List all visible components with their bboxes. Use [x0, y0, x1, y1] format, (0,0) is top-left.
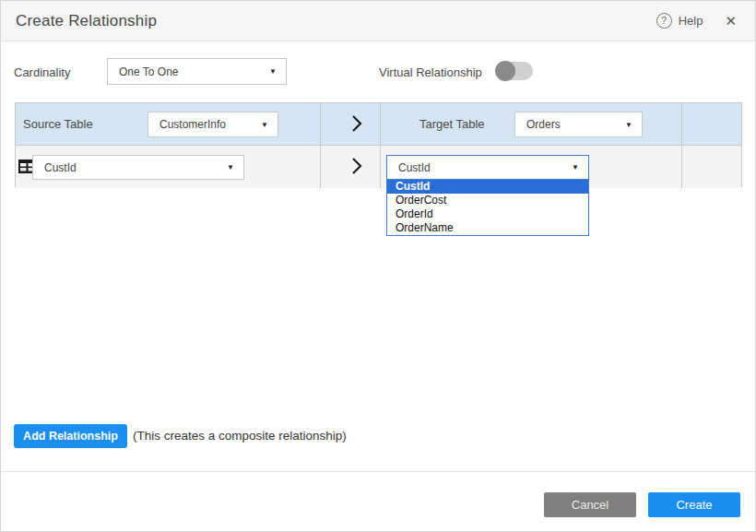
cardinality-value: One To One [108, 65, 269, 78]
toggle-knob-icon [495, 61, 515, 81]
relationship-direction-icon [335, 157, 379, 179]
source-table-label: Source Table [23, 117, 93, 131]
column-divider [320, 103, 321, 145]
cardinality-label: Cardinality [14, 65, 70, 79]
chevron-down-icon: ▼ [261, 121, 278, 129]
virtual-relationship-label: Virtual Relationship [379, 65, 482, 79]
column-divider [380, 146, 381, 188]
option-item[interactable]: OrderCost [387, 194, 588, 207]
footer-divider [1, 471, 755, 472]
option-item[interactable]: CustId [387, 180, 588, 194]
help-icon[interactable]: ? [656, 13, 672, 29]
column-divider [681, 146, 682, 188]
target-field-value: CustId [387, 161, 572, 174]
relationship-mapping-table: Source Table CustomerInfo ▼ Target Table… [15, 102, 742, 187]
chevron-down-icon: ▼ [227, 163, 243, 171]
target-field-dropdown[interactable]: CustId ▼ [386, 155, 589, 180]
chevron-down-icon: ▼ [625, 121, 642, 129]
source-table-value: CustomerInfo [148, 118, 261, 131]
target-table-label: Target Table [419, 117, 485, 131]
column-divider [681, 103, 682, 145]
option-item[interactable]: OrderName [387, 221, 588, 235]
close-icon[interactable]: ✕ [725, 13, 737, 30]
help-link[interactable]: Help [679, 14, 703, 28]
cancel-button[interactable]: Cancel [544, 492, 636, 517]
composite-relationship-note: (This creates a composite relationship) [133, 429, 347, 443]
source-field-dropdown[interactable]: CustId ▼ [32, 155, 244, 180]
chevron-down-icon: ▼ [269, 67, 286, 76]
chevron-down-icon: ▼ [572, 163, 588, 171]
virtual-relationship-toggle[interactable] [496, 62, 533, 80]
option-item[interactable]: OrderId [387, 207, 588, 221]
column-divider [380, 103, 381, 145]
dialog-title: Create Relationship [16, 12, 157, 30]
table-header-row: Source Table CustomerInfo ▼ Target Table… [16, 103, 741, 146]
title-bar: Create Relationship ? Help ✕ [1, 1, 755, 41]
target-table-value: Orders [515, 118, 625, 131]
source-field-value: CustId [33, 161, 227, 174]
source-table-dropdown[interactable]: CustomerInfo ▼ [148, 112, 278, 137]
cardinality-dropdown[interactable]: One To One ▼ [107, 58, 287, 85]
target-table-dropdown[interactable]: Orders ▼ [514, 112, 643, 137]
field-mapping-row: CustId ▼ CustId ▼ [16, 146, 741, 188]
target-field-option-list: CustId OrderCost OrderId OrderName [386, 180, 589, 236]
relationship-direction-icon [335, 114, 379, 136]
create-button[interactable]: Create [648, 492, 740, 517]
add-relationship-button[interactable]: Add Relationship [14, 424, 127, 448]
create-relationship-dialog: Create Relationship ? Help ✕ Cardinality… [0, 0, 756, 532]
column-divider [320, 146, 321, 188]
